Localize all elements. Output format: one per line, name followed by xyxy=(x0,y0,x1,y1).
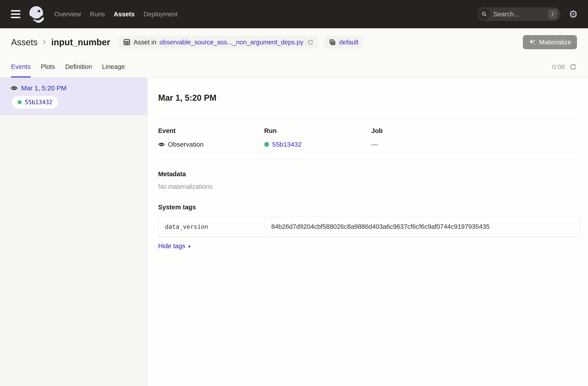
stacked-tables-icon xyxy=(328,39,336,46)
event-summary-columns: Event Observation Run xyxy=(158,127,581,148)
reload-definition-icon[interactable] xyxy=(307,39,314,45)
divider xyxy=(158,117,581,118)
event-detail-title: Mar 1, 5:20 PM xyxy=(158,93,581,103)
refresh-icon[interactable] xyxy=(569,63,577,71)
repository-default-link[interactable]: default xyxy=(339,39,358,46)
search-icon xyxy=(479,8,490,20)
nav-item-deployment[interactable]: Deployment xyxy=(144,11,178,18)
page-header: Assets input_number Asset in observable_… xyxy=(0,28,588,56)
app-window: Overview Runs Assets Deployment / ⚙ Asse… xyxy=(0,0,588,386)
hide-tags-label: Hide tags xyxy=(158,243,185,250)
auto-refresh-group: 0:06 xyxy=(552,56,577,78)
event-detail-panel: Mar 1, 5:20 PM Event Observation xyxy=(147,78,588,386)
event-list-item[interactable]: Mar 1, 5:20 PM 55b13432 xyxy=(0,78,147,115)
tab-lineage[interactable]: Lineage xyxy=(102,56,125,78)
job-empty-value: — xyxy=(371,141,378,148)
dagster-logo-icon[interactable] xyxy=(28,5,45,23)
content-region: Mar 1, 5:20 PM 55b13432 Mar 1, 5:20 PM E… xyxy=(0,78,588,386)
job-column: Job — xyxy=(371,127,581,148)
run-chip[interactable]: 55b13432 xyxy=(12,96,58,109)
page-title: input_number xyxy=(51,37,110,47)
asset-definition-chip: Asset in observable_source_ass..._non_ar… xyxy=(119,36,318,49)
refresh-countdown: 0:06 xyxy=(552,63,565,71)
observation-eye-icon xyxy=(11,84,18,92)
materialize-button-label: Materialize xyxy=(539,39,571,46)
event-timestamp[interactable]: Mar 1, 5:20 PM xyxy=(21,84,66,92)
event-column-label: Event xyxy=(158,127,264,135)
chevron-up-icon: ▲ xyxy=(188,244,191,248)
system-tags-heading: System tags xyxy=(158,203,581,211)
hide-tags-link[interactable]: Hide tags ▲ xyxy=(158,243,191,250)
run-status-dot xyxy=(264,142,269,147)
top-nav: Overview Runs Assets Deployment / ⚙ xyxy=(0,0,588,28)
tab-definition[interactable]: Definition xyxy=(65,56,92,78)
metadata-empty-text: No materializations xyxy=(158,183,581,190)
sparkle-icon xyxy=(528,39,536,46)
asset-file-link[interactable]: observable_source_ass..._non_argument_de… xyxy=(160,39,303,46)
table-row: data_version 84b26d7d9204cbf588026c8a988… xyxy=(158,217,581,237)
tag-value-cell: 84b26d7d9204cbf588026c8a9886d403a6c9637c… xyxy=(265,217,581,237)
asset-chip-prefix: Asset in xyxy=(134,39,156,46)
run-id-label: 55b13432 xyxy=(25,99,52,105)
tab-events[interactable]: Events xyxy=(11,56,31,78)
search-input[interactable] xyxy=(493,11,548,18)
repository-chip: default xyxy=(324,36,363,49)
chevron-right-icon xyxy=(42,39,47,45)
observation-eye-icon xyxy=(158,141,165,148)
nav-item-runs[interactable]: Runs xyxy=(90,11,105,18)
primary-nav: Overview Runs Assets Deployment xyxy=(54,11,178,18)
run-column: Run 55b13432 xyxy=(264,127,371,148)
system-tags-table: data_version 84b26d7d9204cbf588026c8a988… xyxy=(158,217,581,237)
gear-icon[interactable]: ⚙ xyxy=(569,9,578,19)
run-id-link[interactable]: 55b13432 xyxy=(272,141,301,148)
hamburger-menu-icon[interactable] xyxy=(11,10,20,18)
tab-plots[interactable]: Plots xyxy=(41,56,55,78)
nav-item-assets[interactable]: Assets xyxy=(114,11,135,18)
search-shortcut-badge: / xyxy=(548,9,557,19)
table-grid-icon xyxy=(123,39,130,46)
run-column-label: Run xyxy=(264,127,371,135)
breadcrumb-assets-link[interactable]: Assets xyxy=(11,37,38,47)
job-column-label: Job xyxy=(371,127,581,135)
search-box[interactable]: / xyxy=(477,7,560,21)
metadata-heading: Metadata xyxy=(158,170,581,178)
nav-item-overview[interactable]: Overview xyxy=(54,11,81,18)
materialize-button[interactable]: Materialize xyxy=(523,35,577,49)
divider xyxy=(158,160,581,160)
run-status-dot xyxy=(18,100,22,104)
tag-key-cell: data_version xyxy=(158,217,265,237)
event-type-value: Observation xyxy=(168,141,204,148)
event-list-sidebar: Mar 1, 5:20 PM 55b13432 xyxy=(0,78,147,386)
tab-bar: Events Plots Definition Lineage 0:06 xyxy=(0,56,588,78)
event-column: Event Observation xyxy=(158,127,264,148)
